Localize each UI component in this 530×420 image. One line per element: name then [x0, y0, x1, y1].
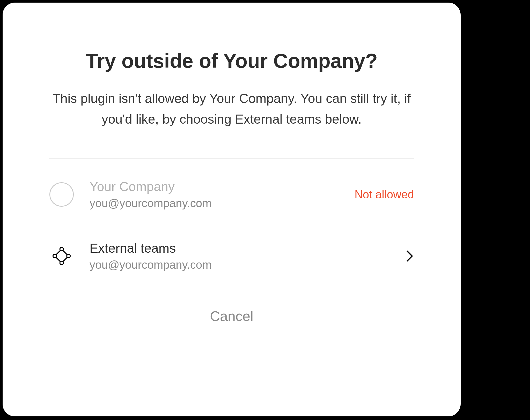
company-email: you@yourcompany.com	[90, 197, 339, 210]
company-name: Your Company	[90, 179, 339, 194]
chevron-right-icon	[405, 250, 414, 262]
option-text: Your Company you@yourcompany.com	[90, 179, 339, 210]
option-your-company: Your Company you@yourcompany.com Not all…	[49, 159, 414, 225]
try-outside-dialog: Try outside of Your Company? This plugin…	[3, 3, 461, 416]
company-avatar-placeholder	[49, 182, 74, 207]
external-teams-name: External teams	[90, 241, 390, 256]
option-external-teams[interactable]: External teams you@yourcompany.com	[49, 225, 414, 287]
external-teams-email: you@yourcompany.com	[90, 258, 390, 271]
option-text: External teams you@yourcompany.com	[90, 241, 390, 271]
svg-point-7	[53, 254, 56, 258]
circle-icon	[49, 182, 74, 207]
dialog-description: This plugin isn't allowed by Your Compan…	[49, 88, 414, 130]
svg-point-4	[60, 248, 63, 251]
dialog-footer: Cancel	[49, 287, 414, 345]
team-options-list: Your Company you@yourcompany.com Not all…	[49, 159, 414, 287]
cancel-button[interactable]: Cancel	[210, 308, 253, 324]
external-teams-icon	[49, 244, 74, 268]
svg-point-5	[67, 254, 70, 258]
dialog-title: Try outside of Your Company?	[49, 49, 414, 73]
svg-point-6	[60, 261, 63, 265]
not-allowed-badge: Not allowed	[355, 188, 414, 201]
